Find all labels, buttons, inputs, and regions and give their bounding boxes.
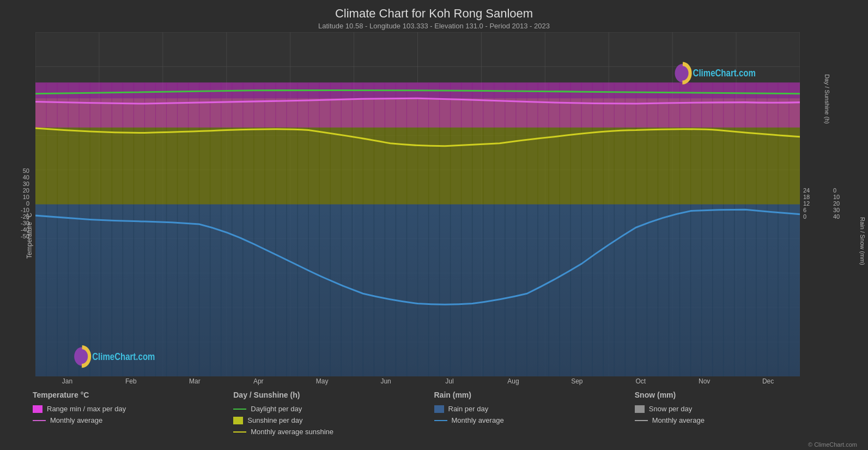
line-sunshine-avg <box>233 431 246 433</box>
y-axis-right-2: 0 10 20 30 40 <box>830 185 857 233</box>
legend-item-daylight: Daylight per day <box>233 405 434 413</box>
copyright-text: © ClimeChart.com <box>0 441 868 450</box>
legend-item-temp-avg: Monthly average <box>33 416 233 424</box>
swatch-range <box>33 405 43 413</box>
legend-item-sunshine-avg: Monthly average sunshine <box>233 428 434 436</box>
chart-svg-wrapper: ClimeChart.com ClimeChart.com Jan Feb Ma… <box>35 32 800 385</box>
legend-area: Temperature °C Range min / max per day M… <box>0 385 868 441</box>
legend-item-sunshine: Sunshine per day <box>233 416 434 424</box>
legend-rain-monthly-avg: Monthly average <box>452 416 504 424</box>
line-daylight <box>233 409 246 410</box>
chart-subtitle: Latitude 10.58 - Longitude 103.333 - Ele… <box>0 22 868 30</box>
svg-text:ClimeChart.com: ClimeChart.com <box>693 68 756 79</box>
legend-snow-monthly-avg: Monthly average <box>652 416 705 424</box>
legend-title-snow: Snow (mm) <box>635 391 835 399</box>
y-axis-right-2-label: Rain / Snow (mm) <box>859 217 866 265</box>
chart-area-wrapper: Temperature °C 50 40 30 20 10 0 -10 -20 … <box>5 32 863 385</box>
line-rain-avg <box>434 420 447 421</box>
y-axis-right-1: 24 18 12 6 0 <box>800 185 827 233</box>
line-temp-avg <box>33 420 46 421</box>
swatch-sunshine <box>233 417 243 424</box>
legend-item-rain: Rain per day <box>434 405 635 413</box>
chart-title: Climate Chart for Koh Rong Sanloem <box>0 7 868 21</box>
legend-title-sunshine: Day / Sunshine (h) <box>233 391 434 399</box>
legend-group-rain: Rain (mm) Rain per day Monthly average <box>434 391 635 436</box>
legend-item-snow-avg: Monthly average <box>635 416 835 424</box>
legend-title-rain: Rain (mm) <box>434 391 635 399</box>
legend-snow-per-day: Snow per day <box>649 405 693 413</box>
legend-title-temp: Temperature °C <box>33 391 233 399</box>
legend-item-range: Range min / max per day <box>33 405 233 413</box>
y-axis-left: 50 40 30 20 10 0 -10 -20 -30 -40 -50 <box>5 165 33 253</box>
legend-group-sunshine: Day / Sunshine (h) Daylight per day Suns… <box>233 391 434 436</box>
chart-svg: ClimeChart.com ClimeChart.com <box>35 32 800 376</box>
x-axis-labels: Jan Feb Mar Apr May Jun Jul Aug Sep Oct … <box>35 377 800 385</box>
legend-group-snow: Snow (mm) Snow per day Monthly average <box>635 391 835 436</box>
svg-text:ClimeChart.com: ClimeChart.com <box>92 351 155 362</box>
line-snow-avg <box>635 420 648 421</box>
chart-svg-container: ClimeChart.com ClimeChart.com <box>35 32 800 376</box>
chart-header: Climate Chart for Koh Rong Sanloem Latit… <box>0 0 868 32</box>
legend-item-snow: Snow per day <box>635 405 835 413</box>
legend-item-rain-avg: Monthly average <box>434 416 635 424</box>
main-container: Climate Chart for Koh Rong Sanloem Latit… <box>0 0 868 450</box>
swatch-rain <box>434 405 444 413</box>
legend-temp-monthly-avg: Monthly average <box>50 416 102 424</box>
swatch-snow <box>635 405 645 413</box>
legend-group-temperature: Temperature °C Range min / max per day M… <box>33 391 233 436</box>
y-axis-right-1-label: Day / Sunshine (h) <box>823 74 830 124</box>
